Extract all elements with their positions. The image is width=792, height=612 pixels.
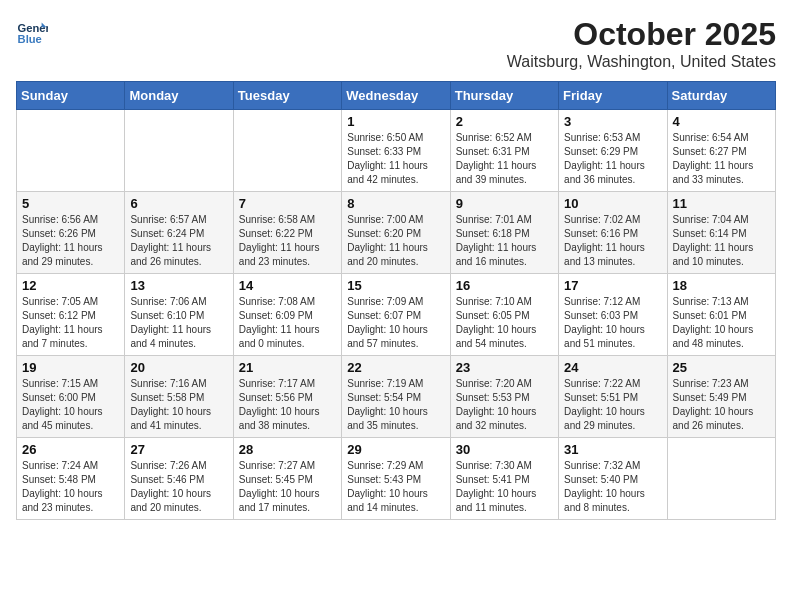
- day-info: Sunrise: 7:26 AM Sunset: 5:46 PM Dayligh…: [130, 459, 227, 515]
- day-number: 28: [239, 442, 336, 457]
- weekday-header-sunday: Sunday: [17, 82, 125, 110]
- day-info: Sunrise: 7:04 AM Sunset: 6:14 PM Dayligh…: [673, 213, 770, 269]
- day-number: 17: [564, 278, 661, 293]
- svg-text:Blue: Blue: [18, 33, 42, 45]
- calendar-cell: 9Sunrise: 7:01 AM Sunset: 6:18 PM Daylig…: [450, 192, 558, 274]
- calendar-week-row: 1Sunrise: 6:50 AM Sunset: 6:33 PM Daylig…: [17, 110, 776, 192]
- day-number: 6: [130, 196, 227, 211]
- day-info: Sunrise: 7:00 AM Sunset: 6:20 PM Dayligh…: [347, 213, 444, 269]
- calendar-week-row: 19Sunrise: 7:15 AM Sunset: 6:00 PM Dayli…: [17, 356, 776, 438]
- calendar-cell: 29Sunrise: 7:29 AM Sunset: 5:43 PM Dayli…: [342, 438, 450, 520]
- day-number: 4: [673, 114, 770, 129]
- day-number: 21: [239, 360, 336, 375]
- calendar-cell: 1Sunrise: 6:50 AM Sunset: 6:33 PM Daylig…: [342, 110, 450, 192]
- weekday-header-friday: Friday: [559, 82, 667, 110]
- location: Waitsburg, Washington, United States: [507, 53, 776, 71]
- day-number: 7: [239, 196, 336, 211]
- day-info: Sunrise: 7:13 AM Sunset: 6:01 PM Dayligh…: [673, 295, 770, 351]
- day-info: Sunrise: 7:17 AM Sunset: 5:56 PM Dayligh…: [239, 377, 336, 433]
- day-number: 25: [673, 360, 770, 375]
- day-info: Sunrise: 7:20 AM Sunset: 5:53 PM Dayligh…: [456, 377, 553, 433]
- calendar-cell: 17Sunrise: 7:12 AM Sunset: 6:03 PM Dayli…: [559, 274, 667, 356]
- calendar-week-row: 26Sunrise: 7:24 AM Sunset: 5:48 PM Dayli…: [17, 438, 776, 520]
- day-number: 16: [456, 278, 553, 293]
- day-number: 5: [22, 196, 119, 211]
- calendar-cell: 4Sunrise: 6:54 AM Sunset: 6:27 PM Daylig…: [667, 110, 775, 192]
- day-info: Sunrise: 7:01 AM Sunset: 6:18 PM Dayligh…: [456, 213, 553, 269]
- day-number: 8: [347, 196, 444, 211]
- calendar-table: SundayMondayTuesdayWednesdayThursdayFrid…: [16, 81, 776, 520]
- weekday-header-thursday: Thursday: [450, 82, 558, 110]
- calendar-cell: 18Sunrise: 7:13 AM Sunset: 6:01 PM Dayli…: [667, 274, 775, 356]
- day-info: Sunrise: 7:29 AM Sunset: 5:43 PM Dayligh…: [347, 459, 444, 515]
- svg-text:General: General: [18, 22, 48, 34]
- weekday-header-row: SundayMondayTuesdayWednesdayThursdayFrid…: [17, 82, 776, 110]
- calendar-cell: 6Sunrise: 6:57 AM Sunset: 6:24 PM Daylig…: [125, 192, 233, 274]
- calendar-cell: 21Sunrise: 7:17 AM Sunset: 5:56 PM Dayli…: [233, 356, 341, 438]
- calendar-week-row: 5Sunrise: 6:56 AM Sunset: 6:26 PM Daylig…: [17, 192, 776, 274]
- day-info: Sunrise: 6:53 AM Sunset: 6:29 PM Dayligh…: [564, 131, 661, 187]
- day-number: 22: [347, 360, 444, 375]
- calendar-cell: 7Sunrise: 6:58 AM Sunset: 6:22 PM Daylig…: [233, 192, 341, 274]
- calendar-cell: 11Sunrise: 7:04 AM Sunset: 6:14 PM Dayli…: [667, 192, 775, 274]
- day-number: 10: [564, 196, 661, 211]
- calendar-cell: 23Sunrise: 7:20 AM Sunset: 5:53 PM Dayli…: [450, 356, 558, 438]
- day-number: 9: [456, 196, 553, 211]
- day-number: 30: [456, 442, 553, 457]
- calendar-cell: [125, 110, 233, 192]
- day-info: Sunrise: 7:06 AM Sunset: 6:10 PM Dayligh…: [130, 295, 227, 351]
- day-number: 24: [564, 360, 661, 375]
- day-info: Sunrise: 7:32 AM Sunset: 5:40 PM Dayligh…: [564, 459, 661, 515]
- calendar-cell: 24Sunrise: 7:22 AM Sunset: 5:51 PM Dayli…: [559, 356, 667, 438]
- day-number: 14: [239, 278, 336, 293]
- calendar-cell: 20Sunrise: 7:16 AM Sunset: 5:58 PM Dayli…: [125, 356, 233, 438]
- day-number: 20: [130, 360, 227, 375]
- day-number: 3: [564, 114, 661, 129]
- calendar-cell: 26Sunrise: 7:24 AM Sunset: 5:48 PM Dayli…: [17, 438, 125, 520]
- day-info: Sunrise: 6:58 AM Sunset: 6:22 PM Dayligh…: [239, 213, 336, 269]
- calendar-cell: 10Sunrise: 7:02 AM Sunset: 6:16 PM Dayli…: [559, 192, 667, 274]
- calendar-cell: [17, 110, 125, 192]
- calendar-cell: 15Sunrise: 7:09 AM Sunset: 6:07 PM Dayli…: [342, 274, 450, 356]
- calendar-cell: [667, 438, 775, 520]
- day-number: 18: [673, 278, 770, 293]
- logo: General Blue: [16, 16, 48, 48]
- calendar-cell: 14Sunrise: 7:08 AM Sunset: 6:09 PM Dayli…: [233, 274, 341, 356]
- weekday-header-wednesday: Wednesday: [342, 82, 450, 110]
- calendar-cell: 5Sunrise: 6:56 AM Sunset: 6:26 PM Daylig…: [17, 192, 125, 274]
- day-number: 27: [130, 442, 227, 457]
- day-info: Sunrise: 7:10 AM Sunset: 6:05 PM Dayligh…: [456, 295, 553, 351]
- page-header: General Blue October 2025 Waitsburg, Was…: [16, 16, 776, 71]
- day-number: 12: [22, 278, 119, 293]
- calendar-cell: 12Sunrise: 7:05 AM Sunset: 6:12 PM Dayli…: [17, 274, 125, 356]
- day-number: 15: [347, 278, 444, 293]
- day-info: Sunrise: 7:23 AM Sunset: 5:49 PM Dayligh…: [673, 377, 770, 433]
- month-title: October 2025: [507, 16, 776, 53]
- day-info: Sunrise: 7:22 AM Sunset: 5:51 PM Dayligh…: [564, 377, 661, 433]
- weekday-header-tuesday: Tuesday: [233, 82, 341, 110]
- calendar-cell: 27Sunrise: 7:26 AM Sunset: 5:46 PM Dayli…: [125, 438, 233, 520]
- calendar-cell: 22Sunrise: 7:19 AM Sunset: 5:54 PM Dayli…: [342, 356, 450, 438]
- day-info: Sunrise: 6:52 AM Sunset: 6:31 PM Dayligh…: [456, 131, 553, 187]
- day-info: Sunrise: 7:27 AM Sunset: 5:45 PM Dayligh…: [239, 459, 336, 515]
- calendar-cell: 19Sunrise: 7:15 AM Sunset: 6:00 PM Dayli…: [17, 356, 125, 438]
- calendar-cell: 25Sunrise: 7:23 AM Sunset: 5:49 PM Dayli…: [667, 356, 775, 438]
- calendar-cell: 13Sunrise: 7:06 AM Sunset: 6:10 PM Dayli…: [125, 274, 233, 356]
- calendar-cell: 16Sunrise: 7:10 AM Sunset: 6:05 PM Dayli…: [450, 274, 558, 356]
- day-info: Sunrise: 7:30 AM Sunset: 5:41 PM Dayligh…: [456, 459, 553, 515]
- day-info: Sunrise: 7:12 AM Sunset: 6:03 PM Dayligh…: [564, 295, 661, 351]
- day-number: 13: [130, 278, 227, 293]
- day-info: Sunrise: 7:15 AM Sunset: 6:00 PM Dayligh…: [22, 377, 119, 433]
- day-number: 29: [347, 442, 444, 457]
- title-section: October 2025 Waitsburg, Washington, Unit…: [507, 16, 776, 71]
- calendar-cell: 3Sunrise: 6:53 AM Sunset: 6:29 PM Daylig…: [559, 110, 667, 192]
- calendar-cell: 28Sunrise: 7:27 AM Sunset: 5:45 PM Dayli…: [233, 438, 341, 520]
- day-info: Sunrise: 6:56 AM Sunset: 6:26 PM Dayligh…: [22, 213, 119, 269]
- day-number: 11: [673, 196, 770, 211]
- day-info: Sunrise: 7:05 AM Sunset: 6:12 PM Dayligh…: [22, 295, 119, 351]
- weekday-header-saturday: Saturday: [667, 82, 775, 110]
- day-info: Sunrise: 6:57 AM Sunset: 6:24 PM Dayligh…: [130, 213, 227, 269]
- calendar-cell: 30Sunrise: 7:30 AM Sunset: 5:41 PM Dayli…: [450, 438, 558, 520]
- calendar-cell: [233, 110, 341, 192]
- day-number: 31: [564, 442, 661, 457]
